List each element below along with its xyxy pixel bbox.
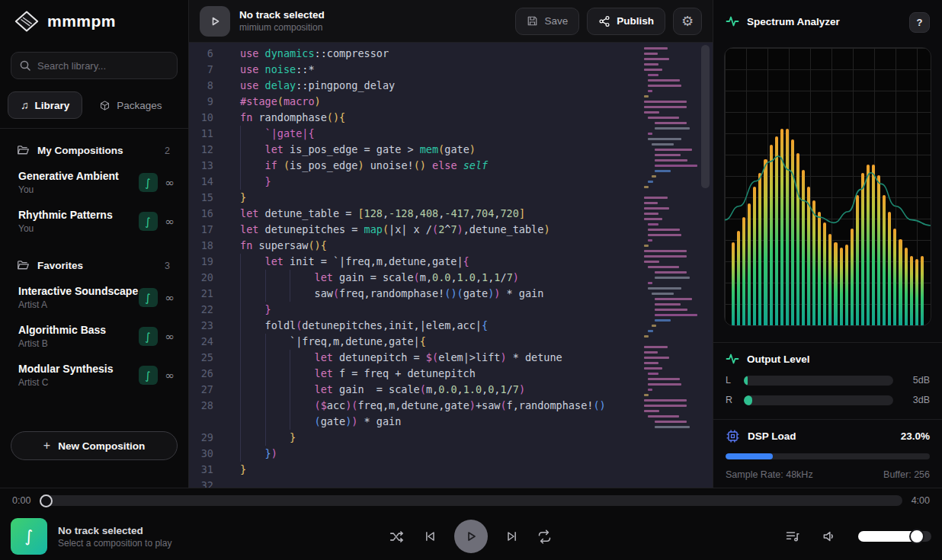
seek-bar[interactable]: [40, 494, 902, 507]
volume-knob[interactable]: [909, 529, 924, 544]
volume-slider[interactable]: [858, 531, 931, 542]
line-number: 23: [189, 318, 226, 334]
code-text: use dynamics::compressor: [240, 46, 389, 62]
minimap-line: [648, 117, 679, 119]
code-line[interactable]: 27 let gain = scale(m,0.0,1.0,0,1/7): [189, 382, 713, 398]
infinity-icon: ∞: [165, 369, 175, 382]
code-line[interactable]: 31}: [189, 462, 713, 478]
code-text: saw(freq,randomphase!()(gate)) * gain: [240, 286, 543, 302]
save-button[interactable]: Save: [515, 8, 579, 35]
composition-item[interactable]: Interactive SoundscapeArtist A∫∞: [0, 278, 188, 317]
minimap-line: [648, 181, 653, 183]
package-icon: [99, 100, 111, 111]
code-text: }): [240, 446, 277, 462]
code-minimap[interactable]: [644, 47, 693, 431]
help-button[interactable]: ?: [909, 12, 930, 33]
code-line[interactable]: 15}: [189, 190, 713, 206]
tab-library[interactable]: ♫ Library: [8, 91, 82, 119]
code-line[interactable]: 18fn supersaw(){: [189, 238, 713, 254]
time-total: 4:00: [912, 495, 930, 506]
previous-button[interactable]: [422, 529, 437, 544]
output-level-title: Output Level: [747, 354, 930, 365]
seek-track[interactable]: [40, 495, 902, 506]
code-line[interactable]: 10fn randomphase(){: [189, 110, 713, 126]
code-line[interactable]: (gate)) * gain: [189, 414, 713, 430]
minimap-line: [648, 373, 658, 375]
next-button[interactable]: [505, 529, 520, 544]
code-line[interactable]: 17let detunepitches = map(|x| x /(2^7),d…: [189, 222, 713, 238]
code-line[interactable]: 7use noise::*: [189, 62, 713, 78]
minimap-line: [655, 271, 686, 274]
composition-item[interactable]: Rhythmic PatternsYou∫∞: [0, 202, 188, 241]
sidebar-tabs: ♫ Library Packages: [0, 91, 188, 129]
code-line[interactable]: 16let detune_table = [128,-128,408,-417,…: [189, 206, 713, 222]
minimap-line: [644, 53, 658, 55]
code-line[interactable]: 13 if (is_pos_edge) unoise!() else self: [189, 158, 713, 174]
code-line[interactable]: 29 }: [189, 430, 713, 446]
code-line[interactable]: 21 saw(freq,randomphase!()(gate)) * gain: [189, 286, 713, 302]
publish-button[interactable]: Publish: [587, 8, 665, 35]
composition-item[interactable]: Algorithmic BassArtist B∫∞: [0, 317, 188, 356]
integral-badge-icon: ∫: [139, 327, 158, 346]
code-line[interactable]: 9#stage(macro): [189, 94, 713, 110]
indent-guide: [240, 382, 241, 398]
minimap-line: [655, 154, 681, 156]
composition-item[interactable]: Modular SynthesisArtist C∫∞: [0, 356, 188, 395]
code-line[interactable]: 23 foldl(detunepitches,init,|elem,acc|{: [189, 318, 713, 334]
code-line[interactable]: 6use dynamics::compressor: [189, 46, 713, 62]
search-input[interactable]: [11, 52, 178, 79]
composition-item[interactable]: Generative AmbientYou∫∞: [0, 163, 188, 202]
play-button[interactable]: [454, 520, 488, 553]
header-play-button[interactable]: [200, 6, 230, 37]
minimap-line: [644, 341, 693, 343]
code-line[interactable]: 19 let init = `|freq,m,detune,gate|{: [189, 254, 713, 270]
buffer-label: Buffer: 256: [883, 469, 930, 480]
composition-item-title: Rhythmic Patterns: [18, 209, 139, 221]
tab-packages[interactable]: Packages: [87, 91, 174, 119]
code-line[interactable]: 24 `|freq,m,detune,gate|{: [189, 334, 713, 350]
shuffle-button[interactable]: [389, 529, 405, 545]
minimap-line: [648, 85, 682, 87]
logo-row: mmmpm: [0, 0, 188, 43]
repeat-button[interactable]: [537, 529, 553, 545]
editor-scrollbar-thumb[interactable]: [701, 45, 710, 188]
new-composition-button[interactable]: + New Composition: [11, 431, 178, 460]
indent-guide: [290, 286, 290, 302]
code-line[interactable]: 30 }): [189, 446, 713, 462]
code-line[interactable]: 20 let gain = scale(m,0.0,1.0,1,1/7): [189, 270, 713, 286]
code-line[interactable]: 32: [189, 478, 713, 488]
code-editor[interactable]: 6use dynamics::compressor7use noise::*8u…: [189, 43, 713, 488]
code-line[interactable]: 14 }: [189, 174, 713, 190]
code-line[interactable]: 8use delay::pingpong_delay: [189, 78, 713, 94]
minimap-line: [644, 346, 668, 348]
settings-button[interactable]: ⚙: [673, 8, 702, 35]
next-icon: [505, 529, 520, 544]
waveform-icon: [726, 352, 739, 366]
code-lines: 6use dynamics::compressor7use noise::*8u…: [189, 43, 713, 488]
code-line[interactable]: 28 ($acc)(freq,m,detune,gate)+saw(f,rand…: [189, 398, 713, 414]
seek-knob[interactable]: [40, 494, 53, 507]
code-line[interactable]: 12 let is_pos_edge = gate > mem(gate): [189, 142, 713, 158]
code-text: let detunepitches = map(|x| x /(2^7),det…: [240, 222, 550, 238]
minimap-line: [648, 330, 653, 332]
play-icon: [464, 530, 478, 543]
volume-button[interactable]: [822, 529, 837, 544]
minimap-line: [655, 314, 697, 316]
section-count: 3: [165, 261, 171, 271]
waveform-icon: [726, 14, 739, 28]
minimap-line: [648, 234, 682, 236]
code-line[interactable]: 26 let f = freq + detunepitch: [189, 366, 713, 382]
code-line[interactable]: 22 }: [189, 302, 713, 318]
integral-badge-icon: ∫: [139, 173, 158, 192]
indent-guide: [265, 414, 266, 430]
minimap-line: [644, 255, 687, 258]
editor-scrollbar[interactable]: [700, 43, 710, 488]
queue-button[interactable]: [785, 529, 800, 544]
sample-rate-label: Sample Rate: 48kHz: [726, 469, 813, 480]
minimap-line: [644, 58, 669, 60]
code-line[interactable]: 11 `|gate|{: [189, 126, 713, 142]
minimap-line: [644, 101, 687, 103]
indent-guide: [240, 430, 241, 446]
indent-guide: [240, 158, 241, 174]
code-line[interactable]: 25 let detunepitch = $(elem|>lift) * det…: [189, 350, 713, 366]
